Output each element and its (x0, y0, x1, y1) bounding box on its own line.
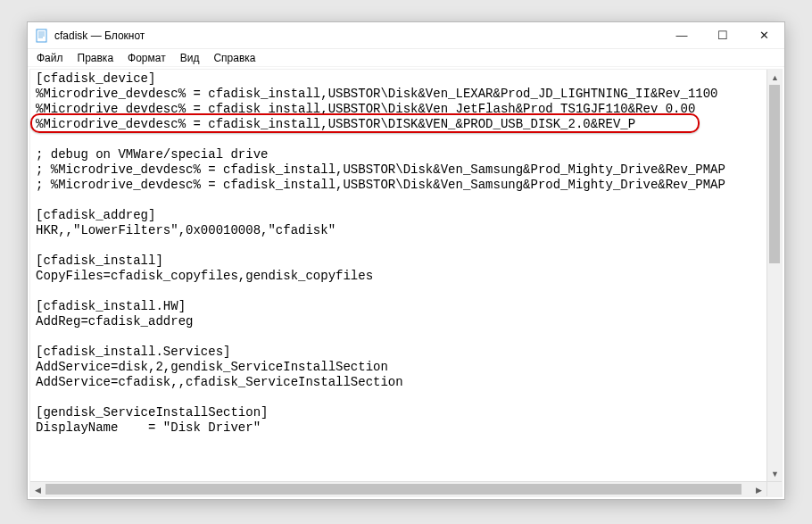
text-line: [cfadisk_addreg] (36, 208, 155, 222)
text-line: [cfadisk_device] (36, 71, 155, 86)
text-line: AddReg=cfadisk_addreg (36, 314, 193, 329)
editor-area: [cfadisk_device] %Microdrive_devdesc% = … (29, 69, 783, 497)
menu-view[interactable]: Вид (175, 51, 205, 65)
text-editor[interactable]: [cfadisk_device] %Microdrive_devdesc% = … (30, 70, 782, 496)
text-line-highlighted: %Microdrive_devdesc% = cfadisk_install,U… (36, 117, 635, 131)
text-line: AddService=disk,2,gendisk_ServiceInstall… (36, 360, 388, 374)
close-button[interactable]: ✕ (743, 22, 784, 48)
scroll-corner (766, 481, 782, 496)
text-line: DisplayName = "Disk Driver" (36, 420, 261, 435)
text-line: HKR,,"LowerFilters",0x00010008,"cfadisk" (36, 223, 336, 237)
vertical-scrollbar[interactable]: ▲ ▼ (766, 70, 782, 481)
hscroll-track[interactable] (46, 482, 751, 496)
menu-file[interactable]: Файл (31, 51, 69, 65)
scroll-down-icon[interactable]: ▼ (767, 466, 783, 481)
menubar: Файл Правка Формат Вид Справка (28, 49, 784, 67)
vscroll-track[interactable] (767, 85, 782, 466)
scroll-left-icon[interactable]: ◀ (30, 482, 46, 497)
window-title: cfadisk — Блокнот (54, 29, 661, 42)
text-line: ; %Microdrive_devdesc% = cfadisk_install… (36, 162, 725, 177)
hscroll-thumb[interactable] (46, 484, 742, 495)
text-line: CopyFiles=cfadisk_copyfiles,gendisk_copy… (36, 269, 373, 283)
text-line: [cfadisk_install.HW] (36, 299, 186, 313)
menu-help[interactable]: Справка (208, 51, 261, 65)
text-line: [cfadisk_install.Services] (36, 345, 230, 359)
text-line: [gendisk_ServiceInstallSection] (36, 405, 268, 420)
maximize-button[interactable]: ☐ (702, 22, 743, 48)
menu-edit[interactable]: Правка (72, 51, 120, 65)
text-line: [cfadisk_install] (36, 254, 163, 268)
text-line: ; %Microdrive_devdesc% = cfadisk_install… (36, 178, 725, 192)
scroll-up-icon[interactable]: ▲ (767, 70, 783, 85)
menu-format[interactable]: Формат (122, 51, 171, 65)
horizontal-scrollbar[interactable]: ◀ ▶ (30, 481, 766, 496)
window-controls: — ☐ ✕ (661, 22, 784, 48)
vscroll-thumb[interactable] (769, 85, 780, 263)
text-line: ; debug on VMWare/special drive (36, 147, 268, 162)
minimize-button[interactable]: — (661, 22, 702, 48)
notepad-icon (35, 29, 49, 43)
notepad-window: cfadisk — Блокнот — ☐ ✕ Файл Правка Форм… (27, 21, 785, 500)
text-line: %Microdrive_devdesc% = cfadisk_install,U… (36, 102, 695, 116)
titlebar[interactable]: cfadisk — Блокнот — ☐ ✕ (28, 22, 784, 49)
text-line: AddService=cfadisk,,cfadisk_ServiceInsta… (36, 375, 403, 389)
scroll-right-icon[interactable]: ▶ (751, 482, 766, 497)
text-line: %Microdrive_devdesc% = cfadisk_install,U… (36, 87, 718, 101)
